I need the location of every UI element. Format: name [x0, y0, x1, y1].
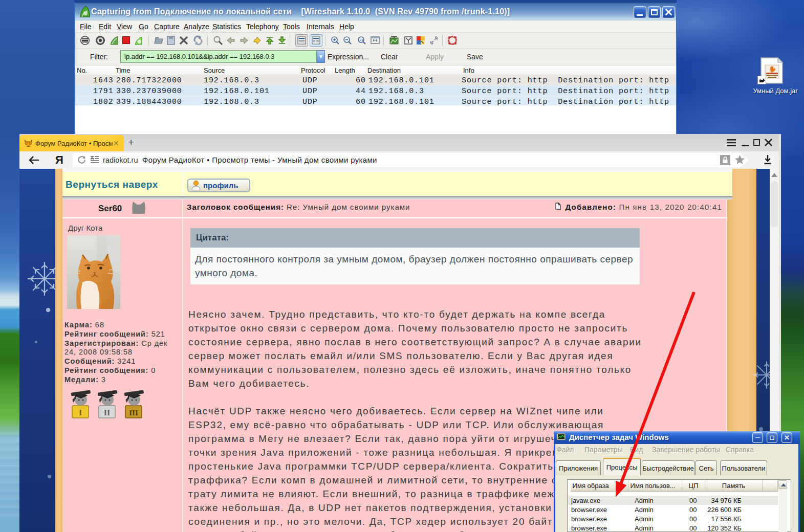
svg-text:I: I — [79, 408, 82, 417]
svg-text:A: A — [91, 156, 94, 161]
svg-text:III: III — [129, 409, 138, 417]
svg-text:1:1: 1:1 — [359, 38, 364, 41]
svg-text:II: II — [104, 408, 110, 417]
